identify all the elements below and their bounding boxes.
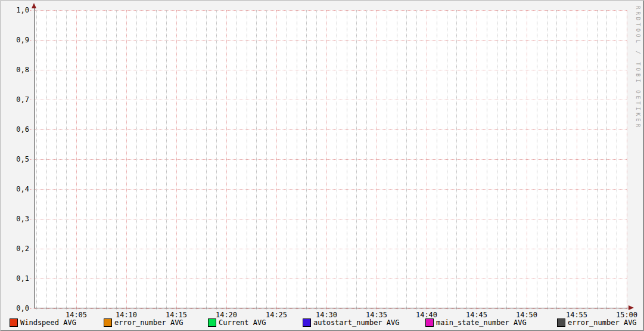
gridline-vertical-minor: [56, 10, 57, 310]
gridline-vertical-minor: [537, 10, 537, 310]
y-axis-arrow-icon: [32, 3, 36, 8]
y-tick-label: 0,6: [4, 125, 29, 134]
legend-item: error_number AVG: [557, 318, 637, 327]
gridline-vertical-minor: [237, 10, 237, 310]
y-tick-label: 0,0: [4, 304, 29, 313]
gridline-vertical-minor: [46, 10, 47, 310]
gridline-vertical-minor: [306, 10, 307, 310]
gridline-vertical-minor: [406, 10, 407, 310]
rrdtool-graph: 1,00,90,80,70,60,50,40,30,20,10,0 14:051…: [0, 0, 644, 331]
legend-label: Current AVG: [219, 318, 266, 327]
gridline-vertical-minor: [397, 10, 397, 310]
gridline-vertical-minor: [366, 10, 367, 310]
legend-color-swatch: [208, 318, 216, 327]
rrdtool-watermark: RRDTOOL / TOBI OETIKER: [635, 6, 641, 129]
y-tick-label: 0,9: [4, 36, 29, 44]
legend-item: main_state_number AVG: [425, 318, 527, 327]
legend-color-swatch: [557, 318, 565, 327]
legend-color-swatch: [104, 318, 112, 327]
gridline-vertical-minor: [547, 10, 547, 310]
gridline-vertical-major: [527, 10, 527, 311]
gridline-vertical-minor: [206, 10, 207, 310]
x-axis-arrow-icon: [629, 305, 634, 310]
legend-label: main_state_number AVG: [436, 318, 527, 327]
gridline-vertical-minor: [186, 10, 187, 310]
y-tick-label: 1,0: [4, 6, 29, 14]
gridline-vertical-minor: [517, 10, 517, 310]
gridline-vertical-major: [126, 10, 127, 311]
gridline-vertical-minor: [606, 10, 607, 310]
gridline-vertical-minor: [287, 10, 287, 310]
gridline-vertical-minor: [506, 10, 507, 310]
gridline-vertical-minor: [297, 10, 297, 310]
gridline-vertical-minor: [487, 10, 487, 310]
legend-color-swatch: [425, 318, 434, 327]
gridline-vertical-minor: [567, 10, 567, 310]
gridline-vertical-minor: [416, 10, 417, 310]
y-tick-label: 0,7: [4, 95, 29, 104]
gridline-vertical-minor: [166, 10, 167, 310]
gridline-vertical-minor: [347, 10, 347, 310]
y-tick-label: 0,4: [4, 185, 29, 193]
legend-label: autostart_number AVG: [313, 318, 400, 327]
gridline-vertical-major: [627, 10, 627, 311]
gridline-vertical-minor: [66, 10, 67, 310]
gridline-vertical-minor: [556, 10, 557, 310]
gridline-vertical-minor: [36, 10, 37, 310]
legend-label: error_number AVG: [114, 318, 183, 327]
gridline-vertical-minor: [466, 10, 467, 310]
legend-color-swatch: [303, 318, 311, 327]
gridline-vertical-minor: [437, 10, 437, 310]
gridline-vertical-major: [276, 10, 277, 311]
legend-label: Windspeed AVG: [20, 318, 76, 327]
gridline-vertical-major: [326, 10, 327, 311]
gridline-vertical-major: [176, 10, 177, 311]
gridline-vertical-major: [577, 10, 577, 311]
gridline-vertical-minor: [597, 10, 598, 310]
gridline-vertical-major: [76, 10, 77, 311]
gridline-vertical-major: [477, 10, 477, 311]
gridline-vertical-major: [226, 10, 227, 311]
y-axis: [34, 7, 35, 308]
gridline-vertical-minor: [116, 10, 117, 310]
gridline-vertical-minor: [447, 10, 447, 310]
gridline-vertical-minor: [266, 10, 267, 310]
y-tick-label: 0,2: [4, 245, 29, 253]
gridline-vertical-minor: [316, 10, 317, 310]
gridline-vertical-minor: [97, 10, 97, 310]
gridline-vertical-minor: [387, 10, 387, 310]
y-tick-label: 0,5: [4, 155, 29, 163]
gridline-vertical-major: [427, 10, 427, 311]
gridline-vertical-minor: [456, 10, 457, 310]
legend-item: autostart_number AVG: [303, 318, 400, 327]
gridline-vertical-minor: [497, 10, 497, 310]
legend-label: error_number AVG: [568, 318, 637, 327]
gridline-vertical-minor: [247, 10, 247, 310]
gridline-vertical-minor: [617, 10, 617, 310]
gridline-vertical-minor: [256, 10, 257, 310]
gridline-vertical-minor: [587, 10, 587, 310]
gridline-vertical-minor: [156, 10, 157, 310]
gridline-vertical-minor: [106, 10, 107, 310]
x-axis: [34, 308, 630, 308]
gridline-vertical-minor: [136, 10, 137, 310]
y-tick-label: 0,3: [4, 215, 29, 223]
y-tick-label: 0,1: [4, 274, 29, 283]
legend-color-swatch: [10, 318, 18, 327]
legend-item: Current AVG: [208, 318, 266, 327]
gridline-vertical-minor: [86, 10, 87, 310]
gridline-vertical-minor: [216, 10, 217, 310]
legend-item: Windspeed AVG: [10, 318, 76, 327]
gridline-vertical-minor: [356, 10, 357, 310]
y-tick-label: 0,8: [4, 66, 29, 74]
legend-item: error_number AVG: [104, 318, 183, 327]
gridline-vertical-major: [377, 10, 377, 311]
gridline-vertical-minor: [337, 10, 337, 310]
gridline-vertical-minor: [197, 10, 197, 310]
gridline-vertical-minor: [147, 10, 147, 310]
